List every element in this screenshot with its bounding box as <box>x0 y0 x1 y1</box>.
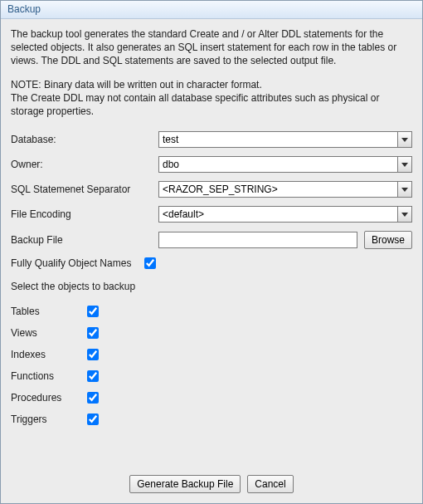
procedures-label: Procedures <box>11 392 87 404</box>
chevron-down-icon <box>401 163 408 167</box>
owner-dropdown-button[interactable] <box>397 156 412 173</box>
svg-marker-3 <box>401 213 408 217</box>
functions-checkbox[interactable] <box>87 370 99 382</box>
tables-row: Tables <box>11 306 412 317</box>
indexes-checkbox[interactable] <box>87 349 99 360</box>
encoding-dropdown-button[interactable] <box>397 206 412 223</box>
encoding-label: File Encoding <box>11 208 158 220</box>
tables-checkbox[interactable] <box>87 306 99 317</box>
chevron-down-icon <box>401 213 408 217</box>
procedures-checkbox[interactable] <box>87 392 99 404</box>
svg-marker-2 <box>401 188 408 192</box>
database-input[interactable] <box>158 131 397 148</box>
separator-input[interactable] <box>158 181 397 198</box>
objects-heading: Select the objects to backup <box>11 281 412 292</box>
encoding-row: File Encoding <box>11 206 412 223</box>
svg-marker-0 <box>401 138 408 142</box>
views-checkbox[interactable] <box>87 327 99 339</box>
dialog-content: The backup tool generates the standard C… <box>1 19 422 468</box>
indexes-label: Indexes <box>11 349 87 360</box>
functions-row: Functions <box>11 370 412 382</box>
dialog-footer: Generate Backup File Cancel <box>1 468 422 503</box>
functions-label: Functions <box>11 370 87 382</box>
generate-button[interactable]: Generate Backup File <box>129 475 241 493</box>
encoding-input[interactable] <box>158 206 397 223</box>
procedures-row: Procedures <box>11 392 412 404</box>
separator-dropdown-button[interactable] <box>397 181 412 198</box>
separator-combo[interactable] <box>158 181 412 198</box>
chevron-down-icon <box>401 188 408 192</box>
database-label: Database: <box>11 134 158 145</box>
fully-qualify-row: Fully Qualify Object Names <box>11 257 412 269</box>
triggers-checkbox[interactable] <box>87 413 99 425</box>
fully-qualify-label: Fully Qualify Object Names <box>11 257 134 269</box>
form-area: Database: Owner: <box>11 131 412 435</box>
window-title: Backup <box>1 1 422 19</box>
indexes-row: Indexes <box>11 349 412 360</box>
backup-file-label: Backup File <box>11 234 158 246</box>
database-dropdown-button[interactable] <box>397 131 412 148</box>
encoding-combo[interactable] <box>158 206 412 223</box>
cancel-button[interactable]: Cancel <box>247 475 293 493</box>
tables-label: Tables <box>11 306 87 317</box>
triggers-row: Triggers <box>11 413 412 425</box>
database-row: Database: <box>11 131 412 148</box>
svg-marker-1 <box>401 163 408 167</box>
chevron-down-icon <box>401 138 408 142</box>
backup-file-row: Backup File Browse <box>11 231 412 249</box>
note-text: NOTE: Binary data will be written out in… <box>11 78 412 119</box>
owner-label: Owner: <box>11 159 158 170</box>
fully-qualify-checkbox[interactable] <box>144 257 156 269</box>
owner-combo[interactable] <box>158 156 412 173</box>
separator-row: SQL Statemenet Separator <box>11 181 412 198</box>
database-combo[interactable] <box>158 131 412 148</box>
backup-dialog: Backup The backup tool generates the sta… <box>0 0 423 504</box>
description-text: The backup tool generates the standard C… <box>11 27 412 68</box>
separator-label: SQL Statemenet Separator <box>11 183 158 195</box>
owner-row: Owner: <box>11 156 412 173</box>
backup-file-input[interactable] <box>158 232 357 248</box>
objects-group: Tables Views Indexes Functions Procedure… <box>11 306 412 425</box>
triggers-label: Triggers <box>11 413 87 425</box>
browse-button[interactable]: Browse <box>364 231 412 249</box>
views-label: Views <box>11 327 87 339</box>
owner-input[interactable] <box>158 156 397 173</box>
views-row: Views <box>11 327 412 339</box>
